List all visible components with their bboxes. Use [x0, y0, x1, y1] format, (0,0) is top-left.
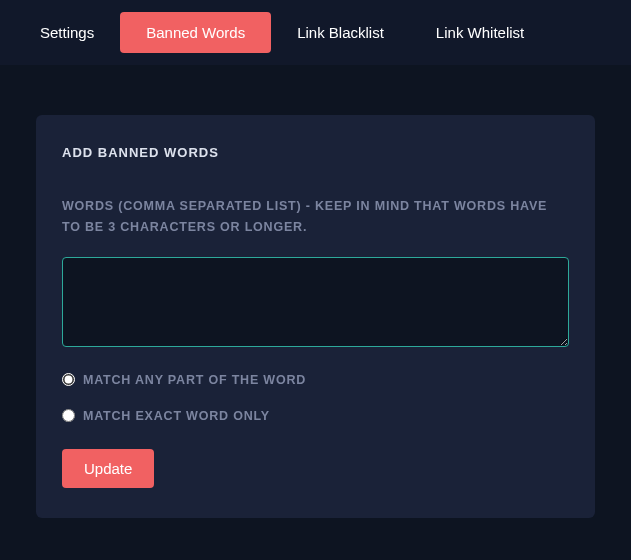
tab-settings[interactable]: Settings — [14, 12, 120, 53]
match-exact-row: MATCH EXACT WORD ONLY — [62, 409, 569, 423]
tab-link-whitelist[interactable]: Link Whitelist — [410, 12, 550, 53]
match-any-part-row: MATCH ANY PART OF THE WORD — [62, 373, 569, 387]
panel-title: ADD BANNED WORDS — [62, 145, 569, 160]
add-banned-words-panel: ADD BANNED WORDS WORDS (COMMA SEPARATED … — [36, 115, 595, 518]
match-any-part-radio[interactable] — [62, 373, 75, 386]
match-any-part-label[interactable]: MATCH ANY PART OF THE WORD — [83, 373, 306, 387]
banned-words-input[interactable] — [62, 257, 569, 347]
words-field-label: WORDS (COMMA SEPARATED LIST) - KEEP IN M… — [62, 196, 569, 239]
match-exact-radio[interactable] — [62, 409, 75, 422]
content-area: ADD BANNED WORDS WORDS (COMMA SEPARATED … — [0, 65, 631, 538]
tabs-container: Settings Banned Words Link Blacklist Lin… — [0, 0, 631, 65]
update-button[interactable]: Update — [62, 449, 154, 488]
tab-link-blacklist[interactable]: Link Blacklist — [271, 12, 410, 53]
match-exact-label[interactable]: MATCH EXACT WORD ONLY — [83, 409, 270, 423]
tab-banned-words[interactable]: Banned Words — [120, 12, 271, 53]
